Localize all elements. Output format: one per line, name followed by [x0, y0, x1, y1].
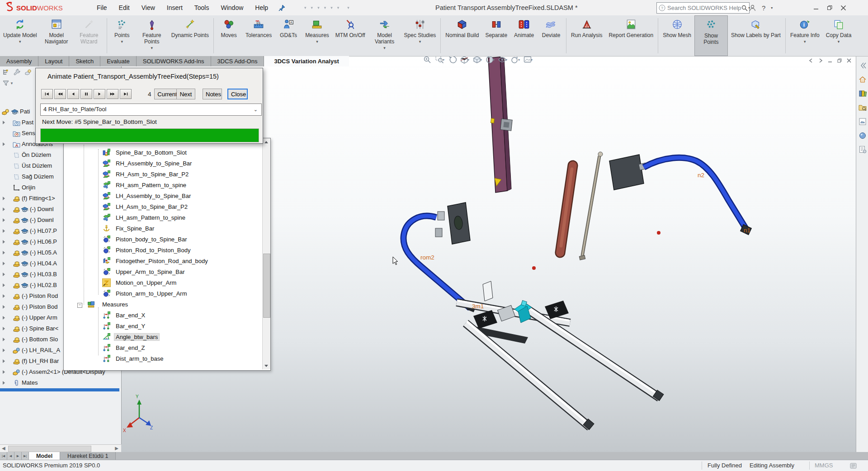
- expand-arrow-icon[interactable]: [3, 229, 5, 233]
- headsup-display-style[interactable]: ▾: [485, 55, 495, 64]
- player-pause-button[interactable]: [80, 89, 92, 99]
- headsup-zoom-fit[interactable]: [423, 55, 432, 64]
- moves-item-upper-arm-to-spine-bar[interactable]: Upper_Arm_to_Spine_Bar: [64, 267, 262, 278]
- scroll-down-icon[interactable]: [263, 362, 270, 369]
- menu-window[interactable]: Window: [215, 0, 249, 15]
- ribbon-button-show-points[interactable]: Show Points: [694, 15, 728, 56]
- window-nav-right-icon[interactable]: [818, 58, 823, 63]
- status-units[interactable]: MMGS: [815, 462, 833, 469]
- headsup-view-orientation[interactable]: ▾: [472, 55, 482, 64]
- ribbon-button-show-labels-by-part[interactable]: Show Labels by Part: [728, 15, 784, 56]
- ribbon-button-spec-studies[interactable]: Spec Studies▾: [401, 15, 439, 56]
- ribbon-button-animate[interactable]: Animate: [510, 15, 538, 56]
- quick-print[interactable]: ▾: [323, 5, 326, 10]
- dropdown-caret-icon[interactable]: ▾: [383, 46, 386, 50]
- tab-solidworks-add-ins[interactable]: SOLIDWORKS Add-Ins: [137, 56, 211, 66]
- moves-item-motion-on-upper-arm[interactable]: Motion_on_Upper_Arm: [64, 278, 262, 288]
- menu-insert[interactable]: Insert: [161, 0, 189, 15]
- moves-item-fixtogether-piston-rod-and-body[interactable]: Fixtogether_Piston_Rod_and_body: [64, 256, 262, 267]
- dropdown-caret-icon[interactable]: ▾: [838, 39, 840, 44]
- base-frame-part[interactable]: [457, 281, 664, 430]
- player-fast-forward-button[interactable]: [107, 89, 118, 99]
- ribbon-button-report-generation[interactable]: Report Generation: [605, 15, 656, 56]
- player-skip-to-start-button[interactable]: [41, 89, 53, 99]
- spine-bar-part[interactable]: [488, 57, 512, 193]
- thin-rod-part[interactable]: [579, 152, 603, 260]
- expand-arrow-icon[interactable]: [3, 262, 5, 265]
- ribbon-button-feature-wizard[interactable]: Feature Wizard: [73, 15, 105, 56]
- sheet-tab-model[interactable]: Model: [29, 452, 60, 460]
- expand-arrow-icon[interactable]: [3, 142, 5, 146]
- ribbon-button-mtm-on-off[interactable]: MTM On/Off: [332, 15, 368, 56]
- dropdown-caret-icon[interactable]: ▾: [316, 39, 318, 44]
- panel-horizontal-scrollbar[interactable]: ◀ ▶: [0, 444, 121, 452]
- ribbon-button-separate[interactable]: Separate: [482, 15, 510, 56]
- menu-file[interactable]: File: [91, 0, 113, 15]
- expand-arrow-icon[interactable]: [3, 359, 5, 363]
- dropdown-caret-icon[interactable]: ▾: [19, 39, 21, 44]
- expand-arrow-icon[interactable]: [3, 251, 5, 254]
- expand-arrow-icon[interactable]: [3, 305, 5, 309]
- moves-item-rh-asm-pattern-to-spine[interactable]: RH_asm_Pattern_to_spine: [64, 180, 262, 191]
- right-plate-part[interactable]: [609, 155, 646, 190]
- ribbon-button-feature-points[interactable]: Feature Points▾: [136, 15, 168, 56]
- quick-settings-gear[interactable]: ▾: [346, 5, 349, 10]
- ribbon-button-run-analysis[interactable]: Run Analysis: [568, 15, 605, 56]
- ref-point-dot[interactable]: [532, 266, 536, 270]
- status-options-icon[interactable]: [850, 462, 857, 469]
- notes-button[interactable]: Notes: [203, 89, 222, 99]
- moves-item-piston-rod-to-piston-body[interactable]: Piston_Rod_to_Piston_Body: [64, 245, 262, 256]
- player-step-forward-button[interactable]: [94, 89, 105, 99]
- dropdown-caret-icon[interactable]: ▾: [121, 39, 123, 44]
- expand-arrow-icon[interactable]: [3, 283, 5, 287]
- moves-item-measures[interactable]: −Measures: [64, 299, 262, 310]
- tab-3dcs-add-ons[interactable]: 3DCS Add-Ons: [211, 56, 264, 66]
- doc-restore-icon[interactable]: [837, 58, 842, 63]
- expand-arrow-icon[interactable]: [3, 349, 5, 352]
- expand-arrow-icon[interactable]: [3, 381, 5, 385]
- expand-arrow-icon[interactable]: [3, 316, 5, 320]
- taskpane-collapse-pane[interactable]: [858, 61, 867, 70]
- expand-arrow-icon[interactable]: [3, 327, 5, 330]
- moves-item-rh-asm-to-spine-bar-p2[interactable]: RH_Asm_to_Spine_Bar_P2: [64, 169, 262, 180]
- taskpane-appearances[interactable]: [858, 131, 867, 140]
- taskpane-design-library[interactable]: [858, 89, 867, 98]
- ribbon-button-moves[interactable]: Moves: [215, 15, 242, 56]
- scroll-right-icon[interactable]: ▶: [115, 446, 118, 451]
- tab-evaluate[interactable]: Evaluate: [100, 56, 137, 66]
- moves-item-bar-end-x[interactable]: Bar_end_X: [64, 310, 262, 321]
- expand-arrow-icon[interactable]: [3, 240, 5, 244]
- pin-menu-icon[interactable]: [278, 5, 285, 11]
- tree-item-mates[interactable]: Mates: [0, 377, 121, 388]
- ribbon-button-tolerances[interactable]: 01Tolerances: [242, 15, 275, 56]
- search-icon[interactable]: [741, 5, 748, 12]
- expand-arrow-icon[interactable]: [3, 294, 5, 298]
- ribbon-button-model-navigator[interactable]: Model Navigator: [40, 15, 73, 56]
- headsup-edit-appearance[interactable]: ▾: [510, 55, 520, 64]
- player-skip-to-end-button[interactable]: [120, 89, 132, 99]
- next-sheet-icon[interactable]: ▶: [14, 452, 22, 460]
- ribbon-button-dynamic-points[interactable]: Dynamic Points: [168, 15, 212, 56]
- collapse-box-icon[interactable]: −: [77, 303, 82, 308]
- ribbon-button-gd-ts[interactable]: AGD&Ts: [275, 15, 302, 56]
- expand-arrow-icon[interactable]: [3, 370, 5, 374]
- moves-item-angle-btw-bars[interactable]: Angle_btw_bars: [64, 332, 262, 343]
- ribbon-button-nominal-build[interactable]: Nominal Build: [442, 15, 482, 56]
- player-fast-rewind-button[interactable]: [54, 89, 66, 99]
- moves-item-piston-body-to-spine-bar[interactable]: Piston_body_to_Spine_Bar: [64, 234, 262, 245]
- ribbon-button-measures[interactable]: Measures▾: [302, 15, 332, 56]
- headsup-previous-view[interactable]: [448, 55, 457, 64]
- tab-layout[interactable]: Layout: [38, 56, 69, 66]
- help-caret-icon[interactable]: ▾: [771, 6, 773, 10]
- ribbon-button-model-variants[interactable]: Model Variants▾: [368, 15, 401, 56]
- moves-item-spine-bar-to-bottom-slot[interactable]: Spine_Bar_to_Bottom_Slot: [64, 147, 262, 158]
- scroll-up-icon[interactable]: [263, 138, 270, 146]
- tab-3dcs-variation-analyst[interactable]: 3DCS Variation Analyst: [264, 56, 349, 66]
- expand-arrow-icon[interactable]: [3, 338, 5, 341]
- ribbon-button-copy-data[interactable]: Copy Data▾: [823, 15, 855, 56]
- moves-item-rh-assembly-to-spine-bar[interactable]: RH_Assembly_to_Spine_Bar: [64, 158, 262, 169]
- taskpane-custom-properties[interactable]: [858, 145, 867, 154]
- restore-button[interactable]: [823, 0, 836, 15]
- move-step-dropdown[interactable]: 4 RH_Bar_to_Plate/Tool ⌄: [40, 104, 262, 116]
- ribbon-button-deviate[interactable]: Deviate: [538, 15, 565, 56]
